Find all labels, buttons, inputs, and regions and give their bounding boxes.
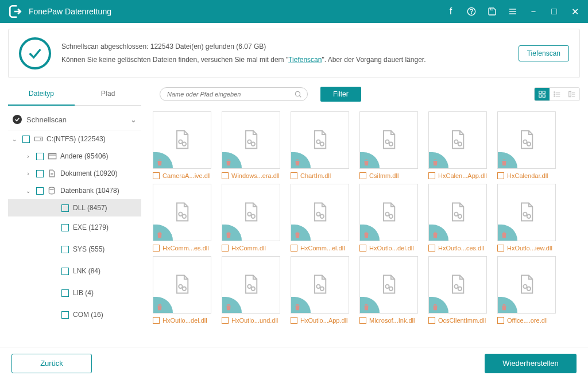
file-card[interactable]: HxOutlo...und.dll bbox=[222, 256, 280, 324]
tree-item-drive[interactable]: ⌄ C:(NTFS) (122543) bbox=[8, 130, 141, 148]
checkbox[interactable] bbox=[153, 245, 160, 252]
checkbox[interactable] bbox=[61, 204, 69, 212]
file-thumb[interactable] bbox=[359, 256, 418, 314]
file-card[interactable]: ChartIm.dll bbox=[291, 111, 349, 179]
file-card[interactable]: Office....ore.dll bbox=[497, 256, 556, 324]
tree-item-database[interactable]: ⌄ Datenbank (10478) bbox=[8, 182, 141, 199]
checkbox[interactable] bbox=[291, 317, 297, 324]
checkbox[interactable] bbox=[359, 317, 366, 324]
checkbox[interactable] bbox=[428, 317, 435, 324]
checkbox[interactable] bbox=[61, 268, 69, 275]
search-icon[interactable] bbox=[294, 90, 302, 100]
checkbox[interactable] bbox=[428, 245, 435, 252]
file-thumb[interactable] bbox=[153, 184, 211, 241]
checkbox[interactable] bbox=[497, 172, 504, 179]
checkbox[interactable] bbox=[359, 172, 366, 179]
file-thumb[interactable] bbox=[497, 256, 556, 314]
tree-item-com[interactable]: COM (16) bbox=[8, 304, 141, 326]
checkbox[interactable] bbox=[153, 317, 160, 324]
file-thumb[interactable] bbox=[359, 184, 418, 241]
checkbox[interactable] bbox=[36, 187, 44, 195]
file-thumb[interactable] bbox=[222, 184, 280, 241]
checkbox[interactable] bbox=[36, 170, 44, 177]
tree-item-lib[interactable]: LIB (4) bbox=[8, 282, 141, 304]
tree-head[interactable]: Schnellscan ⌄ bbox=[8, 109, 141, 130]
chevron-down-icon[interactable]: ⌄ bbox=[130, 115, 137, 124]
view-list-icon[interactable] bbox=[550, 88, 564, 100]
file-card[interactable]: HxOutlo...del.dll bbox=[359, 184, 418, 252]
file-card[interactable]: OcsClientImm.dll bbox=[428, 256, 487, 324]
file-card[interactable]: HxOutlo...del.dll bbox=[153, 256, 211, 324]
checkbox[interactable] bbox=[61, 289, 69, 297]
checkbox[interactable] bbox=[497, 245, 504, 252]
file-card[interactable]: Microsof...Ink.dll bbox=[359, 256, 418, 324]
tab-filetype[interactable]: Dateityp bbox=[8, 83, 75, 106]
file-card[interactable]: HxComm...es.dll bbox=[153, 184, 211, 252]
file-name: HxCalen...App.dll bbox=[438, 172, 487, 179]
checkbox[interactable] bbox=[359, 245, 366, 252]
file-name: CsiImm.dll bbox=[369, 172, 399, 179]
deepscan-button[interactable]: Tiefenscan bbox=[519, 45, 569, 61]
tree-item-exe[interactable]: EXE (1279) bbox=[8, 216, 141, 238]
maximize-icon[interactable]: □ bbox=[549, 6, 559, 17]
checkbox[interactable] bbox=[291, 172, 297, 179]
recover-button[interactable]: Wiederherstellen bbox=[485, 354, 577, 373]
trash-icon bbox=[429, 297, 448, 313]
file-thumb[interactable] bbox=[222, 111, 280, 169]
tree-item-document[interactable]: › Dokument (10920) bbox=[8, 165, 141, 182]
checkbox[interactable] bbox=[61, 246, 69, 253]
search-input[interactable] bbox=[160, 87, 308, 101]
view-detail-icon[interactable] bbox=[564, 88, 579, 100]
checkbox[interactable] bbox=[36, 153, 44, 160]
back-button[interactable]: Zurück bbox=[11, 354, 92, 373]
file-thumb[interactable] bbox=[428, 256, 487, 314]
file-card[interactable]: HxOutlo...ces.dll bbox=[428, 184, 487, 252]
file-thumb[interactable] bbox=[291, 184, 349, 241]
checkbox[interactable] bbox=[22, 136, 30, 143]
file-card[interactable]: HxComm.dll bbox=[222, 184, 280, 252]
file-card[interactable]: CameraA...ive.dll bbox=[153, 111, 211, 179]
file-thumb[interactable] bbox=[428, 184, 487, 241]
save-icon[interactable] bbox=[487, 7, 497, 16]
file-thumb[interactable] bbox=[359, 111, 418, 169]
checkbox[interactable] bbox=[222, 317, 229, 324]
minimize-icon[interactable]: － bbox=[528, 6, 539, 18]
file-thumb[interactable] bbox=[497, 184, 556, 241]
file-card[interactable]: CsiImm.dll bbox=[359, 111, 418, 179]
help-icon[interactable] bbox=[466, 7, 477, 16]
tab-path[interactable]: Pfad bbox=[75, 83, 141, 106]
checkbox[interactable] bbox=[291, 245, 297, 252]
checkbox[interactable] bbox=[222, 172, 229, 179]
facebook-icon[interactable]: f bbox=[446, 6, 456, 17]
close-icon[interactable]: ✕ bbox=[570, 6, 580, 17]
file-card[interactable]: HxCalendar.dll bbox=[497, 111, 556, 179]
view-grid-icon[interactable] bbox=[535, 88, 550, 100]
file-card[interactable]: HxOutlo...iew.dll bbox=[497, 184, 556, 252]
file-card[interactable]: HxOutlo...App.dll bbox=[291, 256, 349, 324]
tree-item-sys[interactable]: SYS (555) bbox=[8, 238, 141, 260]
tree-item-lnk[interactable]: LNK (84) bbox=[8, 260, 141, 282]
tree-item-other[interactable]: › Andere (95406) bbox=[8, 148, 141, 165]
file-card[interactable]: HxCalen...App.dll bbox=[428, 111, 487, 179]
checkbox[interactable] bbox=[222, 245, 229, 252]
file-thumb[interactable] bbox=[428, 111, 487, 169]
filter-button[interactable]: Filter bbox=[320, 87, 361, 102]
deepscan-link[interactable]: Tiefenscan bbox=[288, 56, 322, 64]
file-thumb[interactable] bbox=[291, 256, 349, 314]
file-thumb[interactable] bbox=[153, 111, 211, 169]
file-card[interactable]: HxComm...el.dll bbox=[291, 184, 349, 252]
checkbox[interactable] bbox=[153, 172, 160, 179]
tree-item-dll[interactable]: DLL (8457) bbox=[8, 199, 141, 216]
svg-point-49 bbox=[458, 214, 462, 218]
checkbox[interactable] bbox=[428, 172, 435, 179]
file-card[interactable]: Windows...era.dll bbox=[222, 111, 280, 179]
trash-icon bbox=[360, 152, 380, 168]
file-thumb[interactable] bbox=[291, 111, 349, 169]
checkbox[interactable] bbox=[497, 317, 504, 324]
file-thumb[interactable] bbox=[497, 111, 556, 169]
file-thumb[interactable] bbox=[222, 256, 280, 314]
file-thumb[interactable] bbox=[153, 256, 211, 314]
checkbox[interactable] bbox=[61, 311, 69, 319]
menu-icon[interactable] bbox=[508, 7, 518, 16]
checkbox[interactable] bbox=[61, 224, 69, 231]
